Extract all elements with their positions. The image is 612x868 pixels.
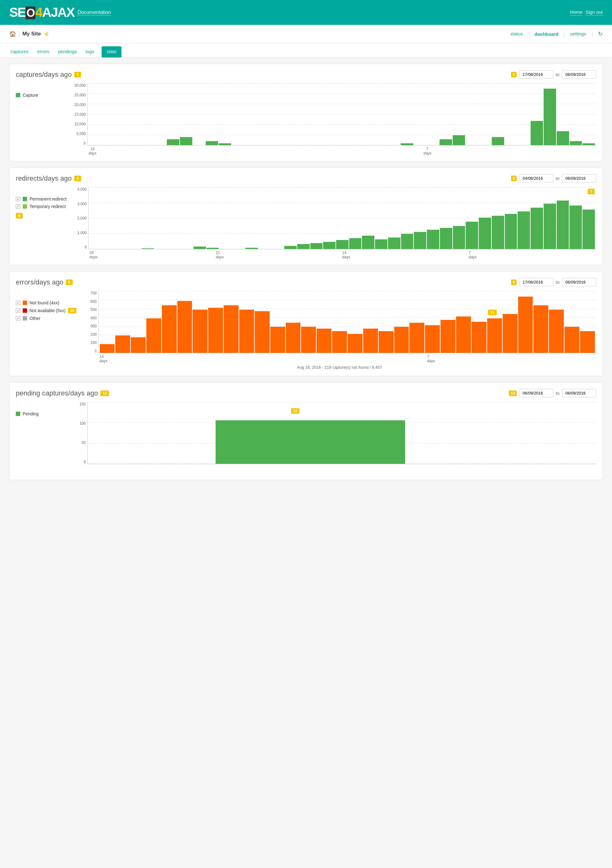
redirects-chart-header: redirects/days ago 4 5 to xyxy=(16,174,596,183)
errors-badge: 8 xyxy=(66,279,73,285)
pending-chart-header: pending captures/days ago 12 13 to xyxy=(16,389,596,397)
bar xyxy=(394,327,409,353)
pending-date-controls: 13 to xyxy=(509,389,596,397)
redirects-chart-area: 4,000 3,000 2,000 1,000 0 7 xyxy=(73,187,596,259)
bar xyxy=(311,243,323,250)
tab-errors[interactable]: errors xyxy=(36,46,51,57)
permanent-checkbox[interactable] xyxy=(16,197,20,201)
redirects-date-from[interactable] xyxy=(519,174,553,183)
bar xyxy=(193,310,207,353)
bar xyxy=(323,242,335,249)
captures-chart-body: Capture 30,000 25,000 20,000 15,000 10,0… xyxy=(16,83,596,155)
redirects-title-area: redirects/days ago 4 xyxy=(16,174,81,183)
pending-title-area: pending captures/days ago 12 xyxy=(16,389,109,397)
bar xyxy=(362,236,374,249)
bar xyxy=(142,248,154,249)
x-label: 28days xyxy=(90,251,97,259)
bar xyxy=(425,325,440,353)
errors-chart-section: errors/days ago 8 9 to Not found (4xx) xyxy=(9,271,603,376)
captures-x-axis: 14days 7days xyxy=(87,146,596,155)
temporary-checkbox[interactable] xyxy=(16,204,20,209)
captures-chart-area: 30,000 25,000 20,000 15,000 10,000 5,000… xyxy=(72,83,596,155)
pending-chart-section: pending captures/days ago 12 13 to Pendi… xyxy=(9,382,603,480)
bar xyxy=(544,204,556,249)
redirects-y-axis: 4,000 3,000 2,000 1,000 0 xyxy=(73,187,87,259)
bar xyxy=(456,316,471,353)
x-label: 14days xyxy=(88,147,96,155)
bar xyxy=(207,248,219,249)
home-icon[interactable]: 🏠 xyxy=(9,31,16,37)
bar xyxy=(208,308,223,353)
x-label: 14days xyxy=(99,354,107,363)
tab-bar: captures errors pendings logs stats xyxy=(0,43,612,57)
sub-header: 🏠 | My Site ⚡ status | dashboard | setti… xyxy=(0,25,612,43)
captures-to-label: to xyxy=(556,72,559,77)
notfound-checkbox[interactable] xyxy=(16,301,20,305)
tab-stats[interactable]: stats xyxy=(102,46,122,57)
bar xyxy=(414,232,426,249)
errors-date-to[interactable] xyxy=(562,278,596,286)
tab-captures[interactable]: captures xyxy=(9,46,30,57)
bar xyxy=(216,420,405,464)
redirects-title: redirects/days ago xyxy=(16,174,72,183)
bar xyxy=(219,143,231,146)
x-label: 7days xyxy=(427,354,435,363)
pending-axis: 150 100 50 0 14 xyxy=(72,402,596,473)
redirects-chart-body: Permanent redirect Temporary redirect 6 … xyxy=(16,187,596,259)
bar xyxy=(286,323,301,353)
legend-item-notavail: Not available (5xx) 10 xyxy=(16,308,76,313)
dashboard-link[interactable]: dashboard xyxy=(535,31,559,37)
bar xyxy=(336,240,349,249)
tab-logs[interactable]: logs xyxy=(85,46,96,57)
bar xyxy=(349,238,362,249)
captures-y-axis: 30,000 25,000 20,000 15,000 10,000 5,000… xyxy=(72,83,86,155)
tab-pendings[interactable]: pendings xyxy=(57,46,78,57)
capture-color xyxy=(16,93,20,97)
home-link[interactable]: Home xyxy=(570,9,583,16)
pending-x-axis xyxy=(87,464,596,473)
captures-title: captures/days ago xyxy=(16,71,72,79)
bar xyxy=(410,323,424,353)
pending-date-to[interactable] xyxy=(562,389,596,397)
bar xyxy=(270,327,285,353)
captures-date-controls: 2 to xyxy=(511,70,596,79)
captures-date-from[interactable] xyxy=(519,70,553,79)
redirects-date-to[interactable] xyxy=(562,174,596,183)
bar xyxy=(440,139,452,146)
refresh-icon[interactable]: ↻ xyxy=(598,31,603,37)
captures-date-to[interactable] xyxy=(562,70,596,79)
notavail-color xyxy=(23,308,27,313)
bar xyxy=(487,318,502,353)
bar xyxy=(557,131,569,146)
bar xyxy=(570,141,582,145)
errors-axis: 700 600 500 400 300 200 100 0 xyxy=(83,291,596,363)
other-checkbox[interactable] xyxy=(16,316,20,321)
bar xyxy=(180,137,192,145)
settings-link[interactable]: settings xyxy=(569,29,587,40)
bar xyxy=(401,143,413,146)
logo-text: SEO4AJAX xyxy=(9,5,74,20)
bar xyxy=(479,218,491,249)
redirects-date-controls: 5 to xyxy=(511,174,596,183)
redirects-bars-row xyxy=(88,187,596,249)
sign-out-link[interactable]: Sign out xyxy=(586,9,603,16)
legend-item-temporary: Temporary redirect xyxy=(16,204,66,209)
notavail-label: Not available (5xx) xyxy=(29,308,66,313)
notavail-checkbox[interactable] xyxy=(16,308,20,313)
documentation-link[interactable]: Documentation xyxy=(77,9,111,16)
pending-date-from[interactable] xyxy=(519,389,553,397)
temporary-label: Temporary redirect xyxy=(29,204,66,209)
other-label: Other xyxy=(29,316,40,321)
bar xyxy=(401,234,414,249)
captures-chart-header: captures/days ago 1 2 to xyxy=(16,70,596,79)
errors-date-from[interactable] xyxy=(519,278,553,286)
bar xyxy=(440,228,452,249)
bar xyxy=(492,137,504,145)
captures-bars-area xyxy=(87,83,596,146)
bar xyxy=(131,337,146,353)
bar xyxy=(363,329,378,353)
errors-x-axis: 14days 7days xyxy=(98,353,596,363)
pending-chart-area: 150 100 50 0 14 xyxy=(72,402,596,473)
status-link[interactable]: status xyxy=(509,29,524,40)
x-label: 7days xyxy=(423,147,431,155)
